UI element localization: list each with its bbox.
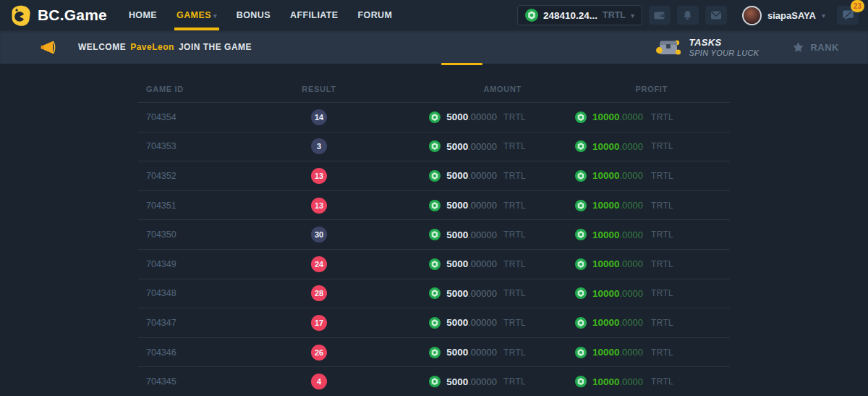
amount-value: 5000.00000	[446, 317, 497, 328]
table-row[interactable]: 704353 3 5000.00000 TRTL	[138, 132, 730, 161]
profit-currency: TRTL	[643, 347, 730, 358]
result-badge: 28	[311, 285, 327, 301]
game-id-cell: 704348	[138, 288, 268, 298]
tasks-title: TASKS	[689, 37, 760, 48]
profit-currency: TRTL	[643, 229, 730, 240]
bcgame-logo-icon	[10, 5, 31, 26]
table-row[interactable]: 704349 24 5000.00000 TRTL	[138, 249, 730, 279]
result-badge: 17	[311, 315, 327, 331]
balance-selector[interactable]: 248410.24... TRTL ▾	[517, 5, 642, 25]
amount-value: 5000.00000	[446, 288, 497, 299]
trtl-coin-icon	[575, 200, 587, 211]
table-row[interactable]: 704352 13 5000.00000 TRTL	[138, 161, 730, 190]
result-badge: 13	[311, 198, 327, 214]
user-menu[interactable]: siapaSAYA ▾	[742, 6, 825, 25]
amount-value: 5000.00000	[446, 200, 497, 211]
table-row[interactable]: 704348 28 5000.00000 TRTL	[138, 279, 730, 308]
bet-history-table: GAME ID RESULT AMOUNT PROFIT 704354 14 5…	[138, 64, 730, 396]
amount-value: 5000.00000	[446, 376, 497, 387]
amount-cell: 5000.00000	[370, 287, 497, 299]
table-row[interactable]: 704346 26 5000.00000 TRTL	[138, 337, 730, 367]
result-badge: 3	[311, 138, 327, 154]
trtl-coin-icon	[575, 317, 587, 329]
result-cell: 4	[268, 374, 370, 389]
profit-value: 10000.0000	[592, 288, 643, 299]
amount-currency: TRTL	[497, 141, 578, 151]
brand-name: BC.Game	[38, 7, 107, 24]
profit-value: 10000.0000	[592, 258, 643, 269]
profit-value: 10000.0000	[592, 200, 643, 211]
chat-button[interactable]: 23	[837, 6, 859, 25]
result-badge: 30	[311, 227, 327, 243]
welcome-player-name[interactable]: PaveLeon	[130, 42, 174, 52]
profit-cell: 10000.0000	[578, 258, 643, 270]
messages-button[interactable]	[705, 6, 727, 25]
profit-cell: 10000.0000	[578, 111, 643, 123]
amount-value: 5000.00000	[446, 347, 497, 358]
game-id-cell: 704352	[138, 171, 268, 181]
nav-forum[interactable]: FORUM	[358, 10, 393, 20]
profit-value: 10000.0000	[592, 170, 643, 181]
table-row[interactable]: 704354 14 5000.00000 TRTL	[138, 102, 730, 132]
amount-value: 5000.00000	[446, 111, 497, 122]
amount-currency: TRTL	[497, 288, 578, 298]
column-header-profit: PROFIT	[578, 85, 730, 93]
table-row[interactable]: 704347 17 5000.00000 TRTL	[138, 308, 730, 337]
trtl-coin-icon	[575, 229, 587, 240]
trtl-coin-icon	[575, 140, 587, 152]
profit-currency: TRTL	[643, 259, 730, 269]
main-nav: HOME GAMES▾ BONUS AFFILIATE FORUM	[129, 10, 392, 20]
tasks-widget[interactable]: TASKS SPIN YOUR LUCK	[655, 37, 760, 57]
nav-games[interactable]: GAMES▾	[176, 10, 217, 20]
tasks-text: TASKS SPIN YOUR LUCK	[689, 37, 760, 57]
table-row[interactable]: 704350 30 5000.00000 TRTL	[138, 219, 730, 249]
table-row[interactable]: 704345 4 5000.00000 TRTL	[138, 366, 730, 396]
amount-cell: 5000.00000	[370, 347, 497, 358]
amount-currency: TRTL	[497, 376, 578, 387]
game-id-cell: 704349	[138, 259, 268, 269]
profit-value: 10000.0000	[592, 347, 643, 358]
chevron-down-icon: ▾	[822, 12, 825, 20]
announcement-bar: WELCOME PaveLeon JOIN THE GAME TASKS SPI…	[0, 30, 868, 64]
notifications-button[interactable]	[677, 6, 699, 25]
trtl-coin-icon	[429, 111, 441, 123]
nav-bonus[interactable]: BONUS	[237, 10, 271, 20]
profit-currency: TRTL	[643, 141, 730, 151]
top-navigation-bar: BC.Game HOME GAMES▾ BONUS AFFILIATE FORU…	[0, 0, 868, 30]
profit-cell: 10000.0000	[578, 287, 643, 299]
active-nav-underline	[174, 28, 219, 30]
brand-logo[interactable]: BC.Game	[0, 5, 107, 26]
column-header-game-id: GAME ID	[138, 85, 268, 93]
amount-value: 5000.00000	[446, 170, 497, 181]
balance-amount: 248410.24...	[543, 10, 597, 21]
nav-affiliate[interactable]: AFFILIATE	[290, 10, 339, 20]
trtl-coin-icon	[429, 287, 441, 299]
result-badge: 14	[311, 109, 327, 125]
wallet-button[interactable]	[649, 6, 671, 25]
game-id-cell: 704347	[138, 318, 268, 328]
rank-widget[interactable]: RANK	[792, 41, 839, 54]
wallet-icon	[653, 9, 665, 21]
star-icon	[792, 41, 804, 54]
user-name: siapaSAYA	[767, 10, 816, 21]
amount-currency: TRTL	[497, 347, 578, 358]
table-row[interactable]: 704351 13 5000.00000 TRTL	[138, 190, 730, 220]
bell-icon	[682, 9, 693, 21]
amount-cell: 5000.00000	[370, 140, 497, 152]
profit-cell: 10000.0000	[578, 200, 643, 211]
profit-cell: 10000.0000	[578, 140, 643, 152]
result-cell: 13	[268, 168, 370, 184]
game-id-cell: 704350	[138, 229, 268, 240]
amount-currency: TRTL	[497, 229, 578, 240]
profit-currency: TRTL	[643, 171, 730, 181]
amount-currency: TRTL	[497, 259, 578, 269]
trtl-coin-icon	[429, 170, 441, 182]
trtl-coin-icon	[575, 376, 587, 387]
profit-cell: 10000.0000	[578, 376, 643, 387]
trtl-coin-icon	[429, 376, 441, 387]
rank-label: RANK	[810, 42, 839, 53]
game-id-cell: 704345	[138, 376, 268, 387]
trtl-coin-icon	[575, 258, 587, 270]
result-cell: 3	[268, 138, 370, 154]
nav-home[interactable]: HOME	[129, 10, 157, 20]
